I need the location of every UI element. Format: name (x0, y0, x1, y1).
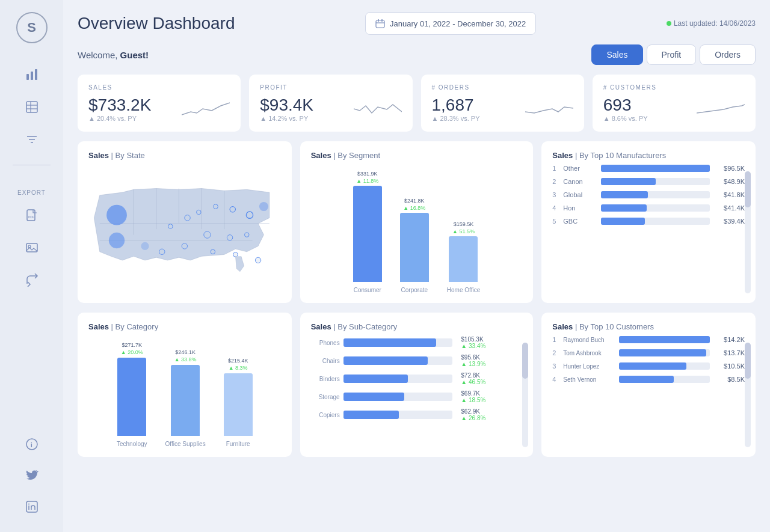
chart-by-customers-title: Sales | By Top 10 Customers (552, 322, 745, 331)
subcat-name-storage: Storage (311, 394, 340, 400)
svg-rect-3 (26, 102, 37, 112)
chart-row-1: Sales | By State (78, 141, 756, 303)
tab-sales[interactable]: Sales (591, 44, 642, 65)
svg-point-41 (168, 224, 173, 229)
chart-row-2: Sales | By Category $271.7K▲ 20.0% Techn… (78, 313, 756, 456)
kpi-value-customers: 693 (603, 96, 648, 115)
customers-list: 1 Raymond Buch $14.2K 2 Tom Ashbrook $13… (552, 336, 745, 447)
subcat-name-chairs: Chairs (311, 358, 340, 364)
subcat-chairs: Chairs $95.6K▲ 13.9% (311, 354, 523, 367)
tab-orders[interactable]: Orders (700, 44, 756, 65)
chart-by-subcategory-title: Sales | By Sub-Category (311, 322, 523, 331)
chart-by-manufacturers: Sales | By Top 10 Manufacturers 1 Other … (541, 141, 756, 303)
pdf-icon[interactable]: PDF (19, 202, 45, 228)
kpi-label-profit: PROFIT (260, 84, 401, 91)
mfr-item-2: 2 Canon $48.9K (552, 178, 745, 185)
customers-scrollthumb (745, 343, 751, 379)
svg-point-42 (182, 243, 187, 249)
mfr-rank-2: 2 (552, 178, 558, 185)
cust-rank-3: 3 (552, 362, 558, 370)
cust-val-2: $13.7K (715, 349, 745, 356)
cust-fill-1 (619, 336, 710, 343)
kpi-value-orders: 1,687 (432, 96, 480, 115)
svg-point-35 (214, 204, 218, 209)
svg-point-34 (230, 207, 235, 212)
mfr-item-3: 3 Global $41.8K (552, 191, 745, 198)
manufacturers-scrollbar[interactable] (745, 171, 751, 293)
cust-rank-4: 4 (552, 376, 558, 383)
bar-chart-icon[interactable] (19, 61, 45, 88)
kpi-card-customers: # CUSTOMERS 693 ▲ 8.6% vs. PY (593, 75, 756, 132)
mfr-name-2: Canon (563, 178, 596, 185)
cust-track-3 (619, 362, 710, 370)
subcat-fill-storage (343, 393, 405, 401)
sparkline-sales (182, 100, 230, 118)
calendar-icon (375, 19, 385, 28)
manufacturers-list: 1 Other $96.5K 2 Canon $48.9K 3 Global $… (552, 165, 745, 293)
mfr-track-4 (601, 204, 710, 212)
bar-wrapper-furniture: $215.4K▲ 8.3% (224, 358, 253, 435)
subcat-phones: Phones $105.3K▲ 33.4% (311, 336, 523, 349)
svg-point-40 (244, 233, 249, 237)
svg-rect-1 (31, 72, 33, 80)
cust-name-2: Tom Ashbrook (563, 350, 614, 356)
cust-fill-3 (619, 362, 686, 370)
mfr-val-4: $41.4K (715, 204, 745, 212)
kpi-meta-orders: 1,687 ▲ 28.3% vs. PY (432, 96, 573, 122)
info-icon[interactable]: i (19, 431, 45, 457)
subcat-val-binders: $72.8K▲ 46.5% (456, 372, 522, 385)
cust-track-2 (619, 349, 710, 356)
kpi-card-sales: SALES $733.2K ▲ 20.4% vs. PY (78, 75, 241, 132)
bar-wrapper-corporate: $241.8K▲ 16.8% (400, 198, 429, 282)
svg-point-32 (259, 202, 268, 211)
tab-profit[interactable]: Profit (647, 44, 697, 65)
corporate-bar (400, 213, 429, 282)
cat-bar-furniture: $215.4K▲ 8.3% Furniture (224, 358, 253, 447)
subcat-val-phones: $105.3K▲ 33.4% (456, 336, 522, 349)
mfr-track-2 (601, 178, 710, 185)
svg-point-33 (246, 212, 253, 218)
cust-name-4: Seth Vernon (563, 376, 614, 383)
chart-by-category: Sales | By Category $271.7K▲ 20.0% Techn… (78, 313, 292, 456)
table-icon[interactable] (19, 94, 45, 120)
linkedin-icon[interactable] (19, 494, 45, 520)
tech-bar (117, 358, 146, 436)
kpi-change-customers: ▲ 8.6% vs. PY (603, 115, 648, 122)
cust-fill-2 (619, 349, 706, 356)
corporate-label-bot: Corporate (401, 287, 428, 293)
cust-item-4: 4 Seth Vernon $8.5K (552, 376, 745, 383)
homeoffice-label-top: $159.5K▲ 51.5% (452, 221, 475, 235)
twitter-icon[interactable] (19, 462, 45, 489)
kpi-card-profit: PROFIT $93.4K ▲ 14.2% vs. PY (249, 75, 412, 132)
subcat-fill-copiers (343, 411, 399, 419)
app-logo: S (16, 12, 48, 43)
chart-by-subcategory: Sales | By Sub-Category Phones $105.3K▲ … (300, 313, 534, 456)
chart-by-segment: Sales | By Segment $331.9K▲ 11.8% Consum… (300, 141, 534, 303)
share-icon[interactable] (19, 267, 45, 293)
svg-rect-2 (35, 69, 37, 80)
kpi-change-orders: ▲ 28.3% vs. PY (432, 115, 480, 122)
consumer-label-top: $331.9K▲ 11.8% (356, 171, 378, 185)
svg-text:i: i (31, 442, 32, 448)
customers-scrollbar[interactable] (745, 343, 751, 447)
main-content: Overview Dashboard January 01, 2022 - De… (63, 0, 770, 532)
office-label-top: $246.1K▲ 33.8% (174, 349, 197, 363)
cust-item-2: 2 Tom Ashbrook $13.7K (552, 349, 745, 356)
kpi-meta-customers: 693 ▲ 8.6% vs. PY (603, 96, 745, 122)
kpi-label-customers: # CUSTOMERS (603, 84, 745, 91)
mfr-track-5 (601, 218, 710, 225)
consumer-label-bot: Consumer (354, 287, 381, 293)
subcategory-scrollbar[interactable] (522, 343, 528, 447)
svg-point-44 (233, 252, 238, 257)
date-range-picker[interactable]: January 01, 2022 - December 30, 2022 (365, 12, 536, 35)
subcat-val-copiers: $62.9K▲ 26.8% (456, 408, 522, 421)
filter-icon[interactable] (19, 126, 45, 153)
date-range-label: January 01, 2022 - December 30, 2022 (390, 19, 526, 28)
subcat-storage: Storage $69.7K▲ 18.5% (311, 390, 523, 403)
svg-point-43 (211, 249, 215, 254)
sidebar-divider (13, 165, 51, 165)
chart-by-customers: Sales | By Top 10 Customers 1 Raymond Bu… (541, 313, 756, 456)
image-icon[interactable] (19, 234, 45, 261)
mfr-track-3 (601, 191, 710, 198)
mfr-fill-3 (601, 191, 648, 198)
